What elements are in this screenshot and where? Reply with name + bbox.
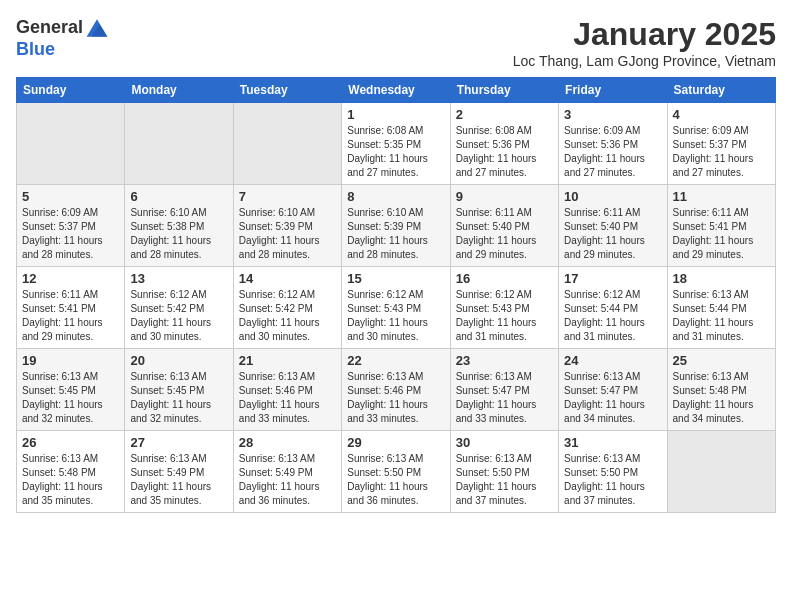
day-cell: 11Sunrise: 6:11 AMSunset: 5:41 PMDayligh… xyxy=(667,185,775,267)
logo-general: General xyxy=(16,18,83,38)
day-number: 11 xyxy=(673,189,770,204)
day-cell: 3Sunrise: 6:09 AMSunset: 5:36 PMDaylight… xyxy=(559,103,667,185)
day-info: Sunrise: 6:13 AMSunset: 5:46 PMDaylight:… xyxy=(239,370,336,426)
logo-blue: Blue xyxy=(16,39,55,59)
day-number: 15 xyxy=(347,271,444,286)
day-number: 6 xyxy=(130,189,227,204)
day-cell: 10Sunrise: 6:11 AMSunset: 5:40 PMDayligh… xyxy=(559,185,667,267)
day-cell: 14Sunrise: 6:12 AMSunset: 5:42 PMDayligh… xyxy=(233,267,341,349)
day-cell: 12Sunrise: 6:11 AMSunset: 5:41 PMDayligh… xyxy=(17,267,125,349)
day-cell: 5Sunrise: 6:09 AMSunset: 5:37 PMDaylight… xyxy=(17,185,125,267)
day-cell: 25Sunrise: 6:13 AMSunset: 5:48 PMDayligh… xyxy=(667,349,775,431)
col-wednesday: Wednesday xyxy=(342,78,450,103)
calendar-title: January 2025 xyxy=(513,16,776,53)
day-cell: 20Sunrise: 6:13 AMSunset: 5:45 PMDayligh… xyxy=(125,349,233,431)
day-info: Sunrise: 6:08 AMSunset: 5:35 PMDaylight:… xyxy=(347,124,444,180)
week-row-3: 12Sunrise: 6:11 AMSunset: 5:41 PMDayligh… xyxy=(17,267,776,349)
day-number: 8 xyxy=(347,189,444,204)
day-info: Sunrise: 6:12 AMSunset: 5:43 PMDaylight:… xyxy=(347,288,444,344)
day-info: Sunrise: 6:09 AMSunset: 5:37 PMDaylight:… xyxy=(22,206,119,262)
day-number: 30 xyxy=(456,435,553,450)
day-cell xyxy=(667,431,775,513)
day-cell: 7Sunrise: 6:10 AMSunset: 5:39 PMDaylight… xyxy=(233,185,341,267)
day-cell: 16Sunrise: 6:12 AMSunset: 5:43 PMDayligh… xyxy=(450,267,558,349)
header: General Blue January 2025 Loc Thang, Lam… xyxy=(16,16,776,69)
day-info: Sunrise: 6:13 AMSunset: 5:45 PMDaylight:… xyxy=(130,370,227,426)
day-cell: 19Sunrise: 6:13 AMSunset: 5:45 PMDayligh… xyxy=(17,349,125,431)
day-cell: 13Sunrise: 6:12 AMSunset: 5:42 PMDayligh… xyxy=(125,267,233,349)
day-cell xyxy=(125,103,233,185)
day-info: Sunrise: 6:13 AMSunset: 5:46 PMDaylight:… xyxy=(347,370,444,426)
day-info: Sunrise: 6:11 AMSunset: 5:41 PMDaylight:… xyxy=(673,206,770,262)
day-number: 5 xyxy=(22,189,119,204)
day-cell: 24Sunrise: 6:13 AMSunset: 5:47 PMDayligh… xyxy=(559,349,667,431)
col-tuesday: Tuesday xyxy=(233,78,341,103)
col-saturday: Saturday xyxy=(667,78,775,103)
day-number: 24 xyxy=(564,353,661,368)
day-number: 2 xyxy=(456,107,553,122)
day-cell: 17Sunrise: 6:12 AMSunset: 5:44 PMDayligh… xyxy=(559,267,667,349)
day-cell: 8Sunrise: 6:10 AMSunset: 5:39 PMDaylight… xyxy=(342,185,450,267)
header-row: Sunday Monday Tuesday Wednesday Thursday… xyxy=(17,78,776,103)
day-number: 13 xyxy=(130,271,227,286)
week-row-2: 5Sunrise: 6:09 AMSunset: 5:37 PMDaylight… xyxy=(17,185,776,267)
day-number: 29 xyxy=(347,435,444,450)
day-cell: 9Sunrise: 6:11 AMSunset: 5:40 PMDaylight… xyxy=(450,185,558,267)
day-number: 21 xyxy=(239,353,336,368)
day-info: Sunrise: 6:10 AMSunset: 5:39 PMDaylight:… xyxy=(347,206,444,262)
week-row-4: 19Sunrise: 6:13 AMSunset: 5:45 PMDayligh… xyxy=(17,349,776,431)
day-info: Sunrise: 6:11 AMSunset: 5:40 PMDaylight:… xyxy=(456,206,553,262)
day-info: Sunrise: 6:10 AMSunset: 5:39 PMDaylight:… xyxy=(239,206,336,262)
calendar-subtitle: Loc Thang, Lam GJong Province, Vietnam xyxy=(513,53,776,69)
logo: General Blue xyxy=(16,16,109,60)
day-number: 19 xyxy=(22,353,119,368)
day-cell: 26Sunrise: 6:13 AMSunset: 5:48 PMDayligh… xyxy=(17,431,125,513)
day-number: 26 xyxy=(22,435,119,450)
day-info: Sunrise: 6:13 AMSunset: 5:50 PMDaylight:… xyxy=(347,452,444,508)
day-number: 20 xyxy=(130,353,227,368)
day-cell: 23Sunrise: 6:13 AMSunset: 5:47 PMDayligh… xyxy=(450,349,558,431)
day-cell: 30Sunrise: 6:13 AMSunset: 5:50 PMDayligh… xyxy=(450,431,558,513)
day-number: 14 xyxy=(239,271,336,286)
day-info: Sunrise: 6:13 AMSunset: 5:47 PMDaylight:… xyxy=(456,370,553,426)
day-info: Sunrise: 6:09 AMSunset: 5:36 PMDaylight:… xyxy=(564,124,661,180)
day-info: Sunrise: 6:13 AMSunset: 5:47 PMDaylight:… xyxy=(564,370,661,426)
day-cell: 22Sunrise: 6:13 AMSunset: 5:46 PMDayligh… xyxy=(342,349,450,431)
day-number: 3 xyxy=(564,107,661,122)
day-info: Sunrise: 6:12 AMSunset: 5:42 PMDaylight:… xyxy=(239,288,336,344)
day-number: 27 xyxy=(130,435,227,450)
day-number: 1 xyxy=(347,107,444,122)
day-cell: 28Sunrise: 6:13 AMSunset: 5:49 PMDayligh… xyxy=(233,431,341,513)
day-cell: 4Sunrise: 6:09 AMSunset: 5:37 PMDaylight… xyxy=(667,103,775,185)
col-friday: Friday xyxy=(559,78,667,103)
day-number: 7 xyxy=(239,189,336,204)
day-info: Sunrise: 6:09 AMSunset: 5:37 PMDaylight:… xyxy=(673,124,770,180)
day-number: 18 xyxy=(673,271,770,286)
calendar-table: Sunday Monday Tuesday Wednesday Thursday… xyxy=(16,77,776,513)
day-info: Sunrise: 6:13 AMSunset: 5:49 PMDaylight:… xyxy=(239,452,336,508)
day-number: 25 xyxy=(673,353,770,368)
week-row-5: 26Sunrise: 6:13 AMSunset: 5:48 PMDayligh… xyxy=(17,431,776,513)
day-number: 22 xyxy=(347,353,444,368)
day-info: Sunrise: 6:11 AMSunset: 5:40 PMDaylight:… xyxy=(564,206,661,262)
day-cell: 29Sunrise: 6:13 AMSunset: 5:50 PMDayligh… xyxy=(342,431,450,513)
day-info: Sunrise: 6:08 AMSunset: 5:36 PMDaylight:… xyxy=(456,124,553,180)
day-number: 28 xyxy=(239,435,336,450)
day-cell: 6Sunrise: 6:10 AMSunset: 5:38 PMDaylight… xyxy=(125,185,233,267)
day-info: Sunrise: 6:12 AMSunset: 5:42 PMDaylight:… xyxy=(130,288,227,344)
day-cell: 21Sunrise: 6:13 AMSunset: 5:46 PMDayligh… xyxy=(233,349,341,431)
col-sunday: Sunday xyxy=(17,78,125,103)
day-info: Sunrise: 6:12 AMSunset: 5:44 PMDaylight:… xyxy=(564,288,661,344)
day-info: Sunrise: 6:12 AMSunset: 5:43 PMDaylight:… xyxy=(456,288,553,344)
day-cell xyxy=(233,103,341,185)
day-info: Sunrise: 6:13 AMSunset: 5:48 PMDaylight:… xyxy=(22,452,119,508)
day-number: 17 xyxy=(564,271,661,286)
col-thursday: Thursday xyxy=(450,78,558,103)
day-cell xyxy=(17,103,125,185)
day-info: Sunrise: 6:13 AMSunset: 5:48 PMDaylight:… xyxy=(673,370,770,426)
day-info: Sunrise: 6:13 AMSunset: 5:49 PMDaylight:… xyxy=(130,452,227,508)
day-cell: 27Sunrise: 6:13 AMSunset: 5:49 PMDayligh… xyxy=(125,431,233,513)
day-number: 16 xyxy=(456,271,553,286)
day-info: Sunrise: 6:13 AMSunset: 5:50 PMDaylight:… xyxy=(564,452,661,508)
day-number: 31 xyxy=(564,435,661,450)
